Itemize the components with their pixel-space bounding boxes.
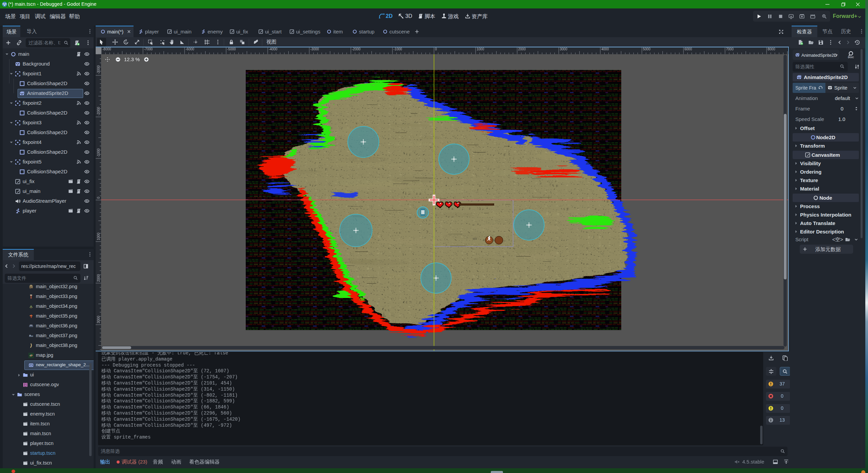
svg-text:2000: 2000 xyxy=(518,47,526,51)
svg-text:0: 0 xyxy=(435,47,437,51)
svg-text:1000: 1000 xyxy=(477,47,484,51)
svg-text:0: 0 xyxy=(97,197,100,199)
svg-text:-1000: -1000 xyxy=(97,148,100,157)
svg-text:-3000: -3000 xyxy=(97,65,100,74)
svg-text:-6000: -6000 xyxy=(186,47,194,51)
svg-text:2000: 2000 xyxy=(97,274,100,282)
svg-text:5000: 5000 xyxy=(643,47,651,51)
svg-text:-2000: -2000 xyxy=(97,107,100,116)
svg-text:3000: 3000 xyxy=(560,47,568,51)
svg-text:-4000: -4000 xyxy=(269,47,278,51)
svg-text:1000: 1000 xyxy=(97,232,100,240)
svg-text:DOC: DOC xyxy=(848,56,854,58)
svg-text:8000: 8000 xyxy=(768,47,775,51)
svg-text:-7000: -7000 xyxy=(144,47,153,51)
svg-text:111: 111 xyxy=(473,238,477,240)
svg-text:-3000: -3000 xyxy=(310,47,319,51)
svg-text:-1000: -1000 xyxy=(393,47,402,51)
svg-text:-5000: -5000 xyxy=(227,47,236,51)
svg-text:-8000: -8000 xyxy=(102,47,111,51)
svg-text:6000: 6000 xyxy=(684,47,692,51)
svg-text:3000: 3000 xyxy=(97,316,100,323)
svg-text:12.3 %: 12.3 % xyxy=(124,56,140,62)
svg-text:7000: 7000 xyxy=(726,47,734,51)
svg-text:4000: 4000 xyxy=(601,47,609,51)
svg-text:-2000: -2000 xyxy=(352,47,361,51)
